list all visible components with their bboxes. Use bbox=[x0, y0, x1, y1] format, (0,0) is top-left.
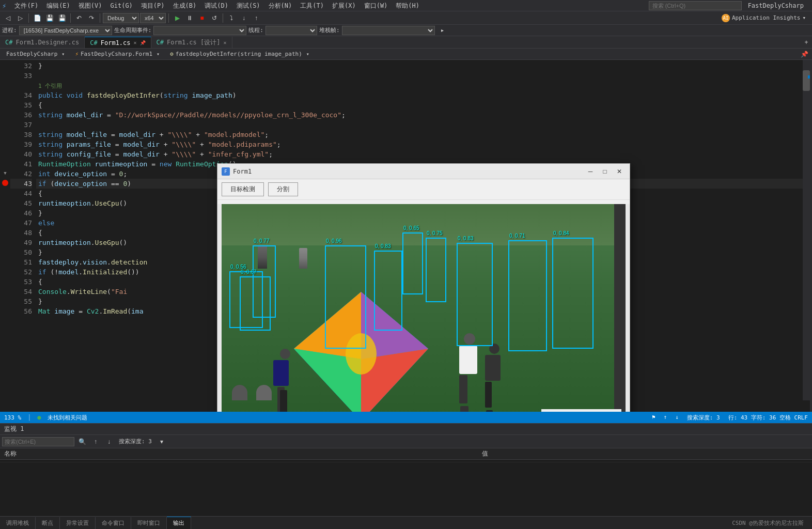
watch-down-btn[interactable]: ↓ bbox=[103, 436, 115, 447]
debug-mode-select[interactable]: Debug Release bbox=[103, 13, 139, 23]
toolbar: ◁ ▷ 📄 💾 💾 ↶ ↷ Debug Release x64 x86 ▶ ⏸ … bbox=[0, 11, 812, 25]
tab-form1-close[interactable]: ✕ bbox=[134, 40, 137, 45]
detection-btn[interactable]: 目标检测 bbox=[222, 182, 264, 196]
thread-label: 线程: bbox=[248, 26, 263, 34]
app-insights-btn[interactable]: AI Application Insights ▾ bbox=[717, 14, 810, 22]
lifecycle-select[interactable] bbox=[153, 26, 246, 35]
stop-btn[interactable]: ■ bbox=[196, 12, 208, 24]
tab-form1[interactable]: C# Form1.cs ✕ 📌 bbox=[85, 37, 151, 48]
menu-file[interactable]: 文件(F) bbox=[10, 0, 42, 11]
save-all-btn[interactable]: 💾 bbox=[56, 12, 68, 24]
step-over-btn[interactable]: ⤵ bbox=[226, 12, 237, 24]
output-tab-callstack[interactable]: 调用堆栈 bbox=[0, 517, 36, 529]
lifecycle-label: 生命周期事件: bbox=[114, 26, 152, 34]
expand-42[interactable]: ▼ bbox=[0, 168, 10, 178]
app-logo: ⚡ bbox=[2, 2, 6, 10]
menu-tools[interactable]: 工具(T) bbox=[296, 0, 328, 11]
output-tab-immediate[interactable]: 即时窗口 bbox=[131, 517, 167, 529]
step-into-btn[interactable]: ↓ bbox=[238, 12, 249, 24]
col-value: 值 bbox=[478, 448, 812, 460]
location-select[interactable] bbox=[342, 26, 435, 35]
watch-table: 名称 值 bbox=[0, 448, 812, 462]
status-icon: ● bbox=[37, 414, 41, 421]
pause-btn[interactable]: ⏸ bbox=[184, 12, 195, 24]
watch-name-cell bbox=[0, 460, 478, 462]
form1-dialog[interactable]: F Form1 ─ □ ✕ 目标检测 分割 bbox=[217, 163, 630, 412]
new-file-btn[interactable]: 📄 bbox=[32, 12, 43, 24]
det-box-8: 0, 0.67 bbox=[240, 276, 271, 331]
thread-select[interactable] bbox=[266, 26, 317, 35]
watch-header: 监视 1 bbox=[0, 424, 812, 435]
tab-form1-design-close[interactable]: ✕ bbox=[224, 40, 227, 45]
pin-btn[interactable]: 📌 bbox=[799, 49, 810, 60]
output-tab-output[interactable]: 输出 bbox=[167, 517, 191, 529]
forward-btn[interactable]: ▷ bbox=[14, 12, 26, 24]
menu-project[interactable]: 项目(P) bbox=[137, 0, 169, 11]
tab-designer-label: Form1.Designer.cs bbox=[15, 39, 79, 46]
status-zoom: 133 % bbox=[4, 414, 21, 421]
tab-designer[interactable]: C# Form1.Designer.cs bbox=[0, 37, 85, 48]
segment-btn[interactable]: 分割 bbox=[268, 182, 298, 196]
doc-method1-label: fastdeployDetInfer(string image_path) bbox=[176, 51, 302, 57]
csdn-footer: CSDN @热爱技术的尼古拉斯 bbox=[732, 519, 812, 527]
form1-icon: F bbox=[222, 167, 230, 176]
arrow-up-btn[interactable]: ↑ bbox=[664, 414, 667, 422]
tab-form1-design[interactable]: C# Form1.cs [设计] ✕ bbox=[151, 37, 232, 48]
step-out-btn[interactable]: ↑ bbox=[251, 12, 262, 24]
undo-btn[interactable]: ↶ bbox=[73, 12, 85, 24]
depth-dropdown-label: 搜索深度: 3 bbox=[117, 438, 154, 445]
doc-method1[interactable]: ⚙ fastdeployDetInfer(string image_path) … bbox=[166, 49, 316, 60]
watch-btn[interactable]: ⚑ bbox=[652, 414, 655, 422]
breakpoint-43[interactable] bbox=[0, 178, 10, 188]
depth-dropdown-btn[interactable]: ▾ bbox=[156, 436, 167, 447]
detection-image: 0, 0.77 0, 0.65 0, 0.75 bbox=[222, 204, 614, 412]
output-tab-command[interactable]: 命令窗口 bbox=[96, 517, 131, 529]
search-input[interactable] bbox=[649, 1, 742, 10]
redo-btn[interactable]: ↷ bbox=[86, 12, 97, 24]
location-label: 堆栈帧: bbox=[319, 26, 340, 34]
new-tab-btn[interactable]: + bbox=[801, 37, 812, 48]
menu-window[interactable]: 窗口(W) bbox=[360, 0, 392, 11]
doc-method1-arrow: ▾ bbox=[304, 51, 311, 57]
menu-edit[interactable]: 编辑(E) bbox=[42, 0, 74, 11]
editor-area[interactable]: ▼ 32 33 34 35 36 37 38 39 bbox=[0, 60, 810, 412]
process-select[interactable]: [16536] FastDeplyCsharp.exe bbox=[19, 26, 112, 35]
close-btn[interactable]: ✕ bbox=[613, 166, 626, 177]
menu-help[interactable]: 帮助(H) bbox=[392, 0, 424, 11]
watch-title: 监视 1 bbox=[4, 425, 24, 433]
tab-form1-pin[interactable]: 📌 bbox=[140, 40, 146, 45]
location-arrow[interactable]: ▸ bbox=[437, 25, 448, 36]
minimize-btn[interactable]: ─ bbox=[584, 166, 597, 177]
menu-extend[interactable]: 扩展(X) bbox=[328, 0, 360, 11]
menu-view[interactable]: 视图(V) bbox=[74, 0, 106, 11]
process-label: 进程: bbox=[2, 26, 17, 34]
maximize-btn[interactable]: □ bbox=[599, 166, 611, 177]
back-btn[interactable]: ◁ bbox=[2, 12, 13, 24]
save-btn[interactable]: 💾 bbox=[44, 12, 55, 24]
app-insights-dropdown-icon: ▾ bbox=[802, 14, 806, 21]
status-errors: 未找到相关问题 bbox=[48, 414, 87, 422]
vertical-scrollbar[interactable] bbox=[803, 60, 810, 400]
watch-search-icon[interactable]: 🔍 bbox=[76, 436, 88, 447]
det-box-4: 0, 0.96 bbox=[325, 245, 366, 349]
watch-up-btn[interactable]: ↑ bbox=[90, 436, 101, 447]
menu-debug[interactable]: 调试(D) bbox=[200, 0, 232, 11]
sep2 bbox=[70, 13, 71, 23]
watch-search-input[interactable] bbox=[2, 437, 74, 446]
menu-build[interactable]: 生成(B) bbox=[169, 0, 201, 11]
start-btn[interactable]: ▶ bbox=[171, 12, 183, 24]
menu-analyze[interactable]: 分析(N) bbox=[264, 0, 296, 11]
restart-btn[interactable]: ↺ bbox=[209, 12, 220, 24]
arrow-down-btn[interactable]: ↓ bbox=[675, 414, 679, 422]
doc-solution[interactable]: FastDeplyCsharp ▾ bbox=[2, 49, 71, 60]
form1-title-bar: F Form1 ─ □ ✕ bbox=[217, 164, 630, 179]
menu-test[interactable]: 测试(S) bbox=[232, 0, 264, 11]
right-margin bbox=[810, 60, 812, 412]
menu-git[interactable]: Git(G) bbox=[106, 0, 137, 11]
platform-select[interactable]: x64 x86 bbox=[140, 13, 166, 23]
form1-window-buttons: ─ □ ✕ bbox=[584, 166, 626, 177]
output-tab-breakpoints[interactable]: 断点 bbox=[36, 517, 60, 529]
tab-designer-icon: C# bbox=[5, 39, 12, 46]
doc-class1[interactable]: ⚡ FastDeplyCsharp.Form1 ▾ bbox=[71, 49, 166, 60]
output-tab-exceptions[interactable]: 异常设置 bbox=[60, 517, 96, 529]
